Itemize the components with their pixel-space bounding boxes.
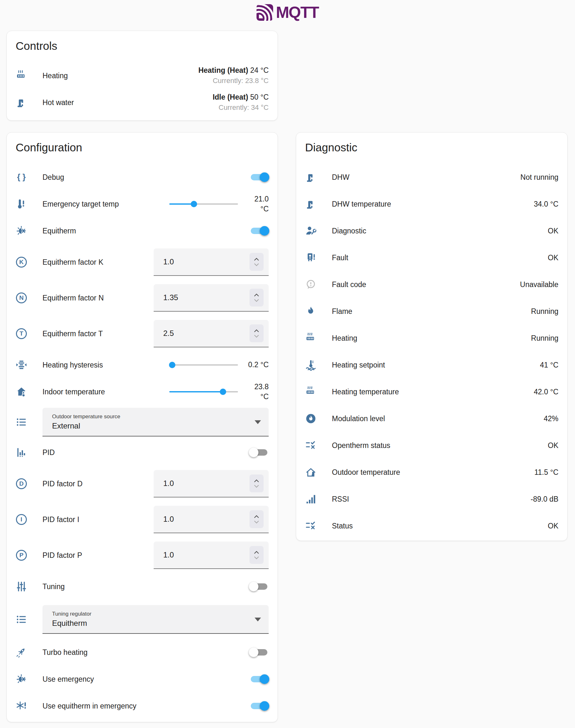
water-boiler-alert-icon — [305, 252, 316, 263]
alpha-p-circle-icon: P — [16, 550, 27, 561]
slider-thumb[interactable] — [220, 389, 226, 395]
thermometer-water-icon — [305, 359, 316, 371]
slider-thumb[interactable] — [191, 201, 197, 207]
config-row-pid-factor-i[interactable]: I PID factor I 1.0 — [15, 502, 269, 537]
control-row-hot-water[interactable]: Hot water Idle (Heat) 50 °C Currently: 3… — [15, 89, 269, 116]
pid-toggle[interactable] — [249, 447, 269, 458]
diagnostic-row-heating-setpoint[interactable]: Heating setpoint 41 °C — [305, 352, 559, 378]
tuning-toggle[interactable] — [249, 581, 269, 592]
sensor-value: OK — [548, 254, 559, 262]
config-row-use-emergency[interactable]: Use emergency — [15, 666, 269, 693]
indoor-temperature-slider[interactable] — [169, 386, 238, 397]
diagnostic-row-rssi[interactable]: RSSI -89.0 dB — [305, 486, 559, 512]
config-row-turbo-heating[interactable]: Turbo heating — [15, 639, 269, 666]
climate-current: Currently: 23.8 °C — [198, 76, 269, 85]
sensor-value: 42% — [544, 414, 559, 423]
equitherm-factor-t-input[interactable]: 2.5 — [154, 320, 269, 348]
sensor-value: Not running — [520, 173, 559, 182]
pid-factor-i-input[interactable]: 1.0 — [154, 506, 269, 533]
mqtt-logo-icon — [257, 4, 273, 21]
code-braces-icon — [15, 172, 27, 183]
equitherm-toggle[interactable] — [249, 225, 269, 236]
sensor-value: 11.5 °C — [534, 468, 559, 477]
turbo-heating-toggle[interactable] — [249, 647, 269, 658]
diagnostic-row-dhw[interactable]: DHW Not running — [305, 164, 559, 191]
diagnostic-row-outdoor-temperature[interactable]: Outdoor temperature 11.5 °C — [305, 459, 559, 486]
mqtt-logo-text: MQTT — [276, 3, 319, 22]
outdoor-temperature-source-select[interactable]: Outdoor temperature source External — [42, 408, 269, 436]
config-row-indoor-temperature[interactable]: Indoor temperature 23.8 °C — [15, 378, 269, 405]
config-row-pid[interactable]: PID — [15, 439, 269, 466]
config-row-equitherm-factor-k[interactable]: K Equitherm factor K 1.0 — [15, 244, 269, 280]
sun-snowflake-icon — [15, 225, 27, 236]
config-row-use-equitherm-in-emergency[interactable]: Use equitherm in emergency — [15, 693, 269, 719]
snowflake-alert-icon — [15, 700, 27, 712]
radiator-icon — [15, 70, 27, 81]
pid-factor-p-input[interactable]: 1.0 — [154, 542, 269, 569]
config-row-debug[interactable]: Debug — [15, 164, 269, 191]
equitherm-factor-k-input[interactable]: 1.0 — [154, 248, 269, 276]
config-row-tuning[interactable]: Tuning — [15, 573, 269, 600]
config-row-equitherm[interactable]: Equitherm — [15, 217, 269, 244]
config-row-equitherm-factor-n[interactable]: N Equitherm factor N 1.35 — [15, 280, 269, 316]
config-row-pid-factor-p[interactable]: P PID factor P 1.0 — [15, 537, 269, 573]
gas-burner-icon — [305, 413, 316, 424]
diagnostic-row-flame[interactable]: Flame Running — [305, 298, 559, 325]
diagnostic-title: Diagnostic — [305, 141, 559, 154]
water-tap-icon — [305, 172, 316, 183]
tuning-regulator-select[interactable]: Tuning regulator Equitherm — [42, 605, 269, 634]
horizontal-align-center-icon — [15, 359, 27, 371]
diagnostic-row-modulation-level[interactable]: Modulation level 42% — [305, 405, 559, 432]
config-row-emergency-target-temp[interactable]: Emergency target temp 21.0 °C — [15, 191, 269, 217]
slider-value: 23.8 °C — [246, 382, 269, 402]
sensor-value: 42.0 °C — [534, 388, 559, 396]
sensor-value: OK — [548, 227, 559, 235]
diagnostic-row-heating-temperature[interactable]: Heating temperature 42.0 °C — [305, 378, 559, 405]
configuration-card: Configuration Debug Emergency target tem… — [6, 132, 278, 722]
mqtt-logo: MQTT — [0, 3, 575, 22]
control-label: Hot water — [42, 98, 74, 107]
stepper-buttons[interactable] — [249, 324, 264, 342]
pid-factor-d-input[interactable]: 1.0 — [154, 470, 269, 498]
diagnostic-row-heating[interactable]: Heating Running — [305, 325, 559, 352]
climate-state: Idle (Heat) 50 °C Currently: 34 °C — [213, 93, 269, 112]
diagnostic-row-fault-code[interactable]: Fault code Unavailable — [305, 271, 559, 298]
list-status-icon — [305, 520, 316, 532]
config-row-heating-hysteresis[interactable]: Heating hysteresis 0.2 °C — [15, 352, 269, 378]
slider-thumb[interactable] — [169, 362, 175, 368]
sensor-value: Running — [531, 307, 559, 316]
radiator-icon — [305, 386, 316, 398]
alpha-k-circle-icon: K — [16, 257, 27, 267]
diagnostic-row-diagnostic[interactable]: Diagnostic OK — [305, 217, 559, 244]
diagnostic-row-status[interactable]: Status OK — [305, 512, 559, 539]
config-row-tuning-regulator[interactable]: Tuning regulator Equitherm — [15, 600, 269, 639]
stepper-buttons[interactable] — [249, 474, 264, 493]
chart-histogram-icon — [15, 447, 27, 458]
sensor-value: Unavailable — [520, 280, 559, 289]
config-row-equitherm-factor-t[interactable]: T Equitherm factor T 2.5 — [15, 316, 269, 352]
control-row-heating[interactable]: Heating Heating (Heat) 24 °C Currently: … — [15, 62, 269, 89]
debug-toggle[interactable] — [249, 172, 269, 183]
stepper-buttons[interactable] — [249, 253, 264, 271]
config-row-pid-factor-d[interactable]: D PID factor D 1.0 — [15, 466, 269, 502]
climate-mode: Idle (Heat) — [213, 93, 248, 101]
fire-icon — [305, 305, 316, 317]
use-emergency-toggle[interactable] — [249, 674, 269, 685]
control-label: Heating — [42, 72, 68, 80]
heating-hysteresis-slider[interactable] — [169, 360, 238, 370]
climate-state: Heating (Heat) 24 °C Currently: 23.8 °C — [198, 66, 269, 85]
alpha-t-circle-icon: T — [16, 328, 27, 339]
format-list-bulleted-icon — [15, 614, 27, 625]
diagnostic-row-fault[interactable]: Fault OK — [305, 244, 559, 271]
stepper-buttons[interactable] — [249, 546, 264, 564]
slider-value: 21.0 °C — [246, 194, 269, 214]
diagnostic-row-dhw-temperature[interactable]: DHW temperature 34.0 °C — [305, 191, 559, 217]
emergency-target-temp-slider[interactable] — [169, 198, 238, 210]
stepper-buttons[interactable] — [249, 289, 264, 306]
sensor-value: OK — [548, 522, 559, 530]
use-equitherm-in-emergency-toggle[interactable] — [249, 700, 269, 712]
equitherm-factor-n-input[interactable]: 1.35 — [154, 284, 269, 312]
stepper-buttons[interactable] — [249, 510, 264, 528]
config-row-outdoor-temperature-source[interactable]: Outdoor temperature source External — [15, 405, 269, 439]
diagnostic-row-opentherm-status[interactable]: Opentherm status OK — [305, 432, 559, 459]
